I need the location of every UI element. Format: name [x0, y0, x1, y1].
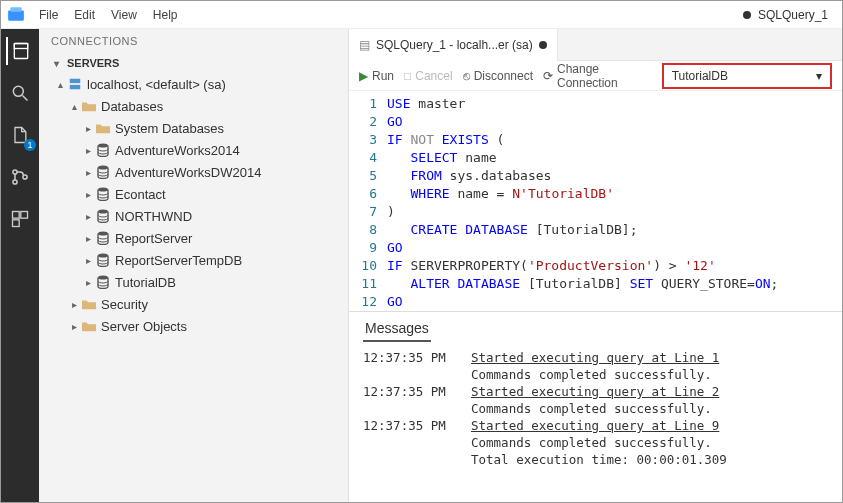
cancel-label: Cancel [415, 69, 452, 83]
activity-notebooks[interactable]: 1 [6, 121, 34, 149]
editor-tab-label: SQLQuery_1 - localh...er (sa) [376, 38, 533, 52]
chevron-right-icon: ▸ [81, 145, 95, 156]
svg-point-7 [13, 180, 17, 184]
svg-rect-3 [14, 44, 27, 49]
database-node[interactable]: ▸AdventureWorks2014 [39, 139, 348, 161]
dirty-indicator-icon [539, 41, 547, 49]
message-time [363, 401, 453, 416]
database-node[interactable]: ▸ReportServerTempDB [39, 249, 348, 271]
database-dropdown[interactable]: TutorialDB ▾ [662, 63, 832, 89]
editor-area: ▤ SQLQuery_1 - localh...er (sa) ▶Run □Ca… [349, 29, 842, 503]
editor-tabbar: ▤ SQLQuery_1 - localh...er (sa) [349, 29, 842, 61]
change-label: Change Connection [557, 62, 652, 90]
run-button[interactable]: ▶Run [359, 69, 394, 83]
sidebar: CONNECTIONS ▾ SERVERS ▴ localhost, <defa… [39, 29, 349, 503]
change-connection-button[interactable]: ⟳Change Connection [543, 62, 652, 90]
message-text: Total execution time: 00:00:01.309 [471, 452, 828, 467]
message-time: 12:37:35 PM [363, 384, 453, 399]
activity-bar: 1 [1, 29, 39, 503]
cancel-button: □Cancel [404, 69, 453, 83]
line-gutter: 123456789101112 [349, 95, 387, 311]
database-icon [95, 142, 111, 158]
database-label: System Databases [115, 121, 224, 136]
chevron-down-icon: ▾ [49, 58, 63, 69]
message-text: Commands completed successfully. [471, 435, 828, 450]
folder-icon [95, 120, 111, 136]
menu-edit[interactable]: Edit [66, 4, 103, 26]
activity-extensions[interactable] [6, 205, 34, 233]
servers-section[interactable]: ▾ SERVERS [39, 53, 348, 73]
editor-tab[interactable]: ▤ SQLQuery_1 - localh...er (sa) [349, 29, 558, 61]
database-label: ReportServerTempDB [115, 253, 242, 268]
disconnect-button[interactable]: ⎋Disconnect [463, 69, 533, 83]
message-text: Started executing query at Line 9 [471, 418, 828, 433]
database-label: ReportServer [115, 231, 192, 246]
svg-point-19 [98, 254, 108, 258]
stop-icon: □ [404, 69, 411, 83]
server-label: localhost, <default> (sa) [87, 77, 226, 92]
chevron-right-icon: ▸ [67, 321, 81, 332]
activity-search[interactable] [6, 79, 34, 107]
code-content[interactable]: USE masterGOIF NOT EXISTS ( SELECT name … [387, 95, 842, 311]
server-tree: ▴ localhost, <default> (sa) ▴ Databases … [39, 73, 348, 337]
menu-file[interactable]: File [31, 4, 66, 26]
svg-point-18 [98, 232, 108, 236]
message-time [363, 435, 453, 450]
svg-point-8 [23, 175, 27, 179]
message-time [363, 452, 453, 467]
database-node[interactable]: ▸AdventureWorksDW2014 [39, 161, 348, 183]
message-row: 12:37:35 PMStarted executing query at Li… [363, 418, 828, 433]
chevron-down-icon: ▾ [816, 69, 822, 83]
message-time: 12:37:35 PM [363, 418, 453, 433]
server-objects-label: Server Objects [101, 319, 187, 334]
message-text: Commands completed successfully. [471, 367, 828, 382]
chevron-right-icon: ▸ [81, 167, 95, 178]
databases-label: Databases [101, 99, 163, 114]
chevron-right-icon: ▸ [81, 123, 95, 134]
title-right-text: SQLQuery_1 [758, 8, 828, 22]
menu-view[interactable]: View [103, 4, 145, 26]
message-row: Commands completed successfully. [363, 435, 828, 450]
svg-point-14 [98, 144, 108, 148]
database-icon [95, 208, 111, 224]
svg-rect-2 [14, 44, 27, 59]
message-row: 12:37:35 PMStarted executing query at Li… [363, 384, 828, 399]
play-icon: ▶ [359, 69, 368, 83]
security-folder[interactable]: ▸ Security [39, 293, 348, 315]
database-icon [95, 274, 111, 290]
database-label: Econtact [115, 187, 166, 202]
server-icon [67, 76, 83, 92]
activity-source-control[interactable] [6, 163, 34, 191]
database-node[interactable]: ▸NORTHWND [39, 205, 348, 227]
chevron-right-icon: ▸ [81, 189, 95, 200]
code-editor[interactable]: 123456789101112 USE masterGOIF NOT EXIST… [349, 91, 842, 311]
database-label: TutorialDB [115, 275, 176, 290]
menu-help[interactable]: Help [145, 4, 186, 26]
chevron-right-icon: ▸ [67, 299, 81, 310]
messages-list: 12:37:35 PMStarted executing query at Li… [363, 350, 828, 467]
server-objects-folder[interactable]: ▸ Server Objects [39, 315, 348, 337]
folder-icon [81, 318, 97, 334]
databases-folder[interactable]: ▴ Databases [39, 95, 348, 117]
messages-title: Messages [363, 320, 431, 342]
database-node[interactable]: ▸Econtact [39, 183, 348, 205]
database-icon [95, 252, 111, 268]
dirty-indicator-icon [743, 11, 751, 19]
svg-rect-12 [70, 79, 81, 83]
security-label: Security [101, 297, 148, 312]
chevron-right-icon: ▸ [81, 211, 95, 222]
activity-servers[interactable] [6, 37, 34, 65]
svg-point-16 [98, 188, 108, 192]
database-selected: TutorialDB [672, 69, 728, 83]
message-text: Started executing query at Line 2 [471, 384, 828, 399]
change-connection-icon: ⟳ [543, 69, 553, 83]
database-label: NORTHWND [115, 209, 192, 224]
database-node[interactable]: ▸TutorialDB [39, 271, 348, 293]
disconnect-label: Disconnect [474, 69, 533, 83]
database-node[interactable]: ▸ReportServer [39, 227, 348, 249]
server-node[interactable]: ▴ localhost, <default> (sa) [39, 73, 348, 95]
database-icon [95, 230, 111, 246]
message-row: Commands completed successfully. [363, 401, 828, 416]
svg-point-20 [98, 276, 108, 280]
database-node[interactable]: ▸System Databases [39, 117, 348, 139]
